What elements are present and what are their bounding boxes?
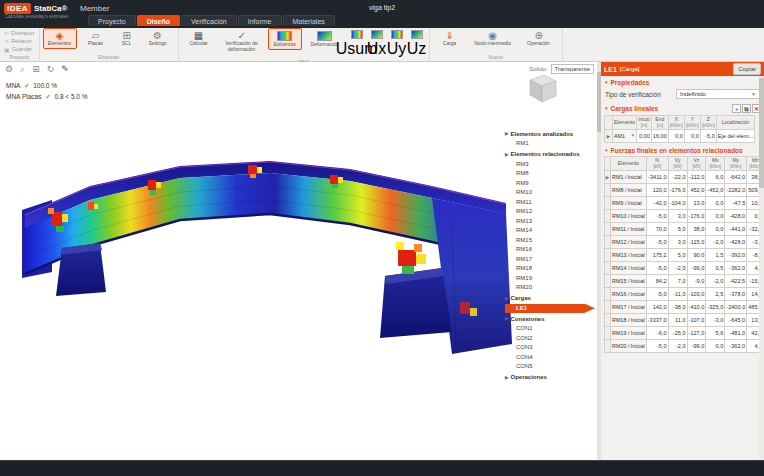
calcular-button[interactable]: ▦ Calcular bbox=[182, 28, 216, 49]
cell-value[interactable]: 16,00 bbox=[651, 130, 668, 143]
tree-section-label: Conexiones bbox=[510, 316, 544, 322]
tab-proyecto[interactable]: Proyecto bbox=[88, 15, 136, 26]
tree-item-le1[interactable]: LE1 bbox=[505, 304, 595, 314]
cell-value: 120,0 bbox=[646, 184, 668, 197]
deformacion-label: Deformación bbox=[310, 42, 338, 48]
tree-item-rm17[interactable]: RM17 bbox=[505, 255, 595, 265]
operacion-button[interactable]: ⊕ Operación bbox=[519, 28, 559, 49]
tree-item-rm8[interactable]: RM8 bbox=[505, 169, 595, 179]
tree-section[interactable]: ▶Elementos relacionados bbox=[505, 149, 595, 160]
fuerzas-section[interactable]: ▼ Fuerzas finales en elementos relaciona… bbox=[601, 144, 764, 155]
panel-scrollbar[interactable] bbox=[759, 76, 764, 460]
tab-materiales[interactable]: Materiales bbox=[283, 15, 335, 26]
nodo-intermedio-button[interactable]: ◉ Nodo intermedio bbox=[469, 28, 517, 49]
paint-brush-icon[interactable]: ✎ bbox=[61, 64, 69, 75]
tree-item-rm1[interactable]: RM1 bbox=[505, 139, 595, 149]
elementos-tag-icon: ◈ bbox=[56, 30, 64, 41]
table-row[interactable]: ▶RM1 / Inicial-3411,0-22,0-112,06,0-642,… bbox=[605, 171, 764, 184]
undo-button[interactable]: ↶Deshacer bbox=[2, 29, 37, 37]
table-row[interactable]: RM11 / Inicial70,05,038,00,0-441,0-32,5 bbox=[605, 223, 764, 236]
viewport-settings-gear-icon[interactable]: ⚙ bbox=[5, 64, 13, 75]
cell-value[interactable]: 0,0 bbox=[684, 130, 700, 143]
zoom-fit-icon[interactable]: ⊞ bbox=[32, 64, 40, 75]
tree-item-rm3[interactable]: RM3 bbox=[505, 160, 595, 170]
table-row[interactable]: RM14 / Inicial-5,0-2,0-99,00,5-362,04,0 bbox=[605, 262, 764, 275]
tree-item-rm13[interactable]: RM13 bbox=[505, 217, 595, 227]
add-load-button[interactable]: + bbox=[732, 104, 741, 113]
tree-section[interactable]: ▶Operaciones bbox=[505, 372, 595, 383]
tree-section[interactable]: ▶Cargas bbox=[505, 293, 595, 304]
esfuerzos-button[interactable]: Esfuerzos bbox=[268, 28, 302, 50]
redo-button[interactable]: ↷Rehacer bbox=[2, 37, 34, 45]
cell-value: -2,0 bbox=[668, 340, 687, 353]
table-row[interactable]: ▶AM1▼0,0016,000,00,0-5,0Eje del elem... bbox=[605, 130, 755, 143]
deformation-icon bbox=[317, 31, 332, 41]
carga-button[interactable]: ⇓ Carga bbox=[433, 28, 467, 49]
cell-value[interactable]: 0,0 bbox=[668, 130, 684, 143]
table-row[interactable]: RM10 / Inicial-5,03,0-176,00,0-428,00,0 bbox=[605, 210, 764, 223]
cell-value: -5,0 bbox=[646, 236, 668, 249]
usum-button[interactable]: Usum bbox=[348, 28, 366, 59]
table-row[interactable]: RM12 / Inicial-5,03,0-115,0-2,0-428,0-3,… bbox=[605, 236, 764, 249]
tree-item-con5[interactable]: CON5 bbox=[505, 362, 595, 372]
panel-scrollbar-thumb[interactable] bbox=[759, 78, 764, 188]
propiedades-section[interactable]: ▼ Propiedades bbox=[601, 76, 764, 87]
cell-value[interactable]: Eje del elem... bbox=[716, 130, 754, 143]
tree-section[interactable]: ▶Conexiones bbox=[505, 313, 595, 324]
duplicate-load-button[interactable]: ⧉ bbox=[742, 104, 751, 113]
solid-mode-dropdown[interactable]: Transparente bbox=[551, 64, 594, 74]
cell-value: -2400,0 bbox=[725, 301, 747, 314]
cell-value: -2,0 bbox=[706, 275, 725, 288]
cell-elemento[interactable]: AM1▼ bbox=[613, 130, 637, 143]
tab-diseno[interactable]: Diseño bbox=[137, 15, 180, 26]
tree-item-rm19[interactable]: RM19 bbox=[505, 274, 595, 284]
uz-button[interactable]: Uz bbox=[408, 28, 426, 59]
tree-expand-icon: ▶ bbox=[505, 152, 508, 157]
cell-value: 6,0 bbox=[706, 171, 725, 184]
ux-button[interactable]: Ux bbox=[368, 28, 386, 59]
tab-informe[interactable]: Informe bbox=[238, 15, 282, 26]
table-row[interactable]: RM19 / Inicial-6,0-25,0-127,05,6-481,042… bbox=[605, 327, 764, 340]
tree-item-con1[interactable]: CON1 bbox=[505, 324, 595, 334]
table-row[interactable]: RM16 / Inicial-5,0-11,0-103,02,5-378,014… bbox=[605, 288, 764, 301]
table-row[interactable]: RM17 / Inicial142,0-38,0-410,0-325,0-240… bbox=[605, 301, 764, 314]
tree-item-con3[interactable]: CON3 bbox=[505, 343, 595, 353]
tree-section[interactable]: ▶Elementos analizados bbox=[505, 128, 595, 139]
placas-button[interactable]: ▱ Placas bbox=[79, 28, 113, 49]
table-row[interactable]: RM13 / Inicial175,25,090,01,5-392,0-8,0 bbox=[605, 249, 764, 262]
settings-button[interactable]: ⚙ Settings bbox=[141, 28, 175, 49]
tree-item-rm20[interactable]: RM20 bbox=[505, 283, 595, 293]
tree-item-rm12[interactable]: RM12 bbox=[505, 207, 595, 217]
cell-value: 142,0 bbox=[646, 301, 668, 314]
table-row[interactable]: RM20 / Inicial-5,0-2,0-99,00,0-362,04,0 bbox=[605, 340, 764, 353]
cell-elemento: RM11 / Inicial bbox=[611, 223, 647, 236]
cell-value[interactable]: -5,0 bbox=[700, 130, 716, 143]
tab-verificacion[interactable]: Verificación bbox=[181, 15, 237, 26]
rotate-view-icon[interactable]: ↻ bbox=[47, 64, 55, 75]
uy-button[interactable]: Uy bbox=[388, 28, 406, 59]
zoom-magnifier-icon[interactable]: ⌕ bbox=[20, 64, 25, 75]
table-row[interactable]: RM18 / Inicial-3337,011,0-107,0-3,0-645,… bbox=[605, 314, 764, 327]
tree-item-con2[interactable]: CON2 bbox=[505, 334, 595, 344]
tree-item-rm10[interactable]: RM10 bbox=[505, 188, 595, 198]
cargas-lineales-section[interactable]: ▼ Cargas lineales + ⧉ ✕ bbox=[601, 101, 764, 114]
tree-item-rm16[interactable]: RM16 bbox=[505, 245, 595, 255]
verificacion-deformacion-button[interactable]: ✓ Verificación de deformación bbox=[218, 28, 266, 54]
tree-item-rm9[interactable]: RM9 bbox=[505, 179, 595, 189]
tree-item-rm15[interactable]: RM15 bbox=[505, 236, 595, 246]
table-row[interactable]: RM9 / Inicial-42,0-104,013,00,0-47,510,0 bbox=[605, 197, 764, 210]
scl-button[interactable]: ⊞ SCL bbox=[115, 28, 139, 49]
table-row[interactable]: RM15 / Inicial84,27,0-9,0-2,0-422,5-15,0 bbox=[605, 275, 764, 288]
save-button[interactable]: ▣Guardar bbox=[2, 45, 34, 53]
copy-button[interactable]: Copiar bbox=[733, 63, 761, 75]
tree-item-rm11[interactable]: RM11 bbox=[505, 198, 595, 208]
tree-item-con4[interactable]: CON4 bbox=[505, 353, 595, 363]
elementos-button[interactable]: ◈ Elementos bbox=[43, 28, 77, 49]
cell-value[interactable]: 0,00 bbox=[637, 130, 652, 143]
table-row[interactable]: RM8 / Inicial120,0-176,0452,0-452,0-2282… bbox=[605, 184, 764, 197]
tipo-verificacion-dropdown[interactable]: Indefinido ▼ bbox=[676, 89, 760, 99]
tree-item-rm18[interactable]: RM18 bbox=[505, 264, 595, 274]
tree-item-rm14[interactable]: RM14 bbox=[505, 226, 595, 236]
model-3d-viewport[interactable]: ⚙ ⌕ ⊞ ↻ ✎ MNA ✓ 100.0 % MNA Placas ✓ 0.8… bbox=[0, 62, 597, 460]
cell-value: -5,0 bbox=[646, 210, 668, 223]
